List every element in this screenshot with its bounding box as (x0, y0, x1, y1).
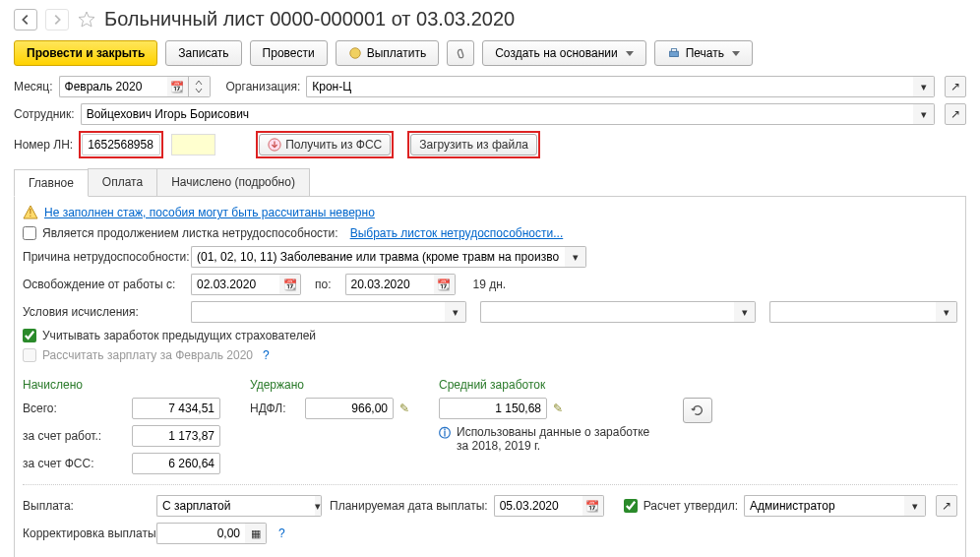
reason-input[interactable] (191, 246, 565, 268)
refresh-icon (691, 403, 704, 417)
approved-checkbox[interactable] (624, 499, 638, 513)
dropdown-icon[interactable]: ▾ (913, 76, 935, 97)
calendar-icon[interactable]: 📆 (582, 495, 604, 517)
ln-extra-field[interactable] (171, 134, 215, 155)
payout-input[interactable] (156, 495, 315, 517)
condition2-input[interactable] (480, 301, 734, 323)
withheld-title: Удержано (250, 378, 409, 392)
absence-to-input[interactable] (345, 274, 434, 295)
calc-salary-label: Рассчитать зарплату за Февраль 2020 (42, 348, 253, 362)
svg-rect-2 (671, 49, 676, 52)
employer-input[interactable] (132, 425, 220, 447)
tab-main[interactable]: Главное (14, 169, 89, 197)
chevron-down-icon (732, 51, 740, 56)
post-close-button[interactable]: Провести и закрыть (14, 40, 157, 66)
avg-earn-title: Средний заработок (439, 378, 653, 392)
employee-input[interactable] (81, 103, 913, 125)
approved-label: Расчет утвердил: (643, 499, 738, 513)
ndfl-input[interactable] (305, 398, 394, 419)
avg-earn-info: Использованы данные о заработке за 2018,… (457, 425, 653, 453)
continuation-label: Является продолжением листка нетрудоспос… (42, 226, 338, 240)
dropdown-icon[interactable]: ▾ (936, 301, 957, 323)
condition3-input[interactable] (769, 301, 936, 323)
chevron-down-icon (626, 51, 634, 56)
dropdown-icon[interactable]: ▾ (913, 103, 935, 125)
absence-label: Освобождение от работы с: (23, 278, 185, 291)
reason-label: Причина нетрудоспособности: (23, 250, 185, 264)
prev-insurers-checkbox[interactable] (23, 329, 36, 342)
printer-icon (667, 46, 681, 60)
correction-label: Корректировка выплаты: (23, 526, 151, 540)
dropdown-icon[interactable]: ▾ (565, 246, 586, 268)
stepper-icon[interactable] (189, 76, 211, 97)
dropdown-icon[interactable]: ▾ (734, 301, 756, 323)
open-employee-button[interactable]: ↗ (945, 103, 966, 125)
org-label: Организация: (226, 80, 301, 93)
calendar-icon[interactable]: 📆 (434, 274, 456, 295)
absence-from-input[interactable] (191, 274, 279, 295)
org-input[interactable] (306, 76, 913, 97)
paperclip-icon (454, 46, 467, 60)
dropdown-icon[interactable]: ▾ (904, 495, 926, 517)
continuation-checkbox[interactable] (23, 226, 36, 240)
approver-input[interactable] (744, 495, 904, 517)
open-approver-button[interactable]: ↗ (936, 495, 957, 517)
print-button[interactable]: Печать (654, 40, 753, 66)
total-input[interactable] (132, 398, 220, 419)
load-from-file-button[interactable]: Загрузить из файла (410, 134, 537, 155)
payout-date-input[interactable] (494, 495, 582, 517)
dropdown-icon[interactable]: ▾ (315, 495, 322, 517)
refresh-button[interactable] (683, 398, 712, 423)
calendar-icon[interactable]: 📆 (279, 274, 301, 295)
ln-number-input[interactable] (82, 134, 160, 155)
tab-payment[interactable]: Оплата (88, 168, 157, 196)
star-icon (77, 10, 96, 30)
employee-label: Сотрудник: (14, 107, 75, 121)
days-label: 19 дн. (473, 278, 507, 291)
employer-label: за счет работ.: (23, 429, 126, 443)
svg-point-0 (349, 48, 360, 59)
fss-input[interactable] (132, 453, 220, 474)
save-button[interactable]: Записать (165, 40, 241, 66)
calc-salary-checkbox (23, 348, 36, 362)
pencil-icon[interactable]: ✎ (399, 402, 409, 415)
info-icon: ⓘ (439, 425, 451, 442)
coins-icon (348, 46, 362, 60)
warning-link[interactable]: Не заполнен стаж, пособия могут быть рас… (44, 206, 375, 219)
month-input[interactable] (59, 76, 167, 97)
download-icon (268, 138, 281, 152)
tab-calculated[interactable]: Начислено (подробно) (156, 168, 310, 196)
fss-label: за счет ФСС: (23, 457, 126, 470)
create-based-button[interactable]: Создать на основании (482, 40, 646, 66)
calculator-icon[interactable]: ▦ (245, 523, 267, 544)
condition1-input[interactable] (191, 301, 445, 323)
forward-button[interactable] (45, 9, 69, 31)
pencil-icon[interactable]: ✎ (553, 402, 563, 415)
get-from-fss-button[interactable]: Получить из ФСС (259, 134, 391, 155)
accrued-title: Начислено (23, 378, 220, 392)
conditions-label: Условия исчисления: (23, 305, 185, 319)
avg-earn-input[interactable] (439, 398, 547, 419)
svg-rect-1 (669, 51, 678, 56)
prev-insurers-label: Учитывать заработок предыдущих страховат… (42, 329, 316, 342)
svg-text:!: ! (30, 208, 32, 218)
total-label: Всего: (23, 402, 126, 415)
help-icon[interactable]: ? (278, 526, 285, 540)
attach-button[interactable] (447, 40, 474, 66)
page-title: Больничный лист 0000-000001 от 03.03.202… (104, 8, 515, 31)
month-label: Месяц: (14, 80, 53, 93)
ln-label: Номер ЛН: (14, 138, 73, 152)
ndfl-label: НДФЛ: (250, 402, 299, 415)
payout-date-label: Планируемая дата выплаты: (330, 499, 488, 513)
pay-button[interactable]: Выплатить (336, 40, 440, 66)
select-sheet-link[interactable]: Выбрать листок нетрудоспособности... (350, 226, 564, 240)
post-button[interactable]: Провести (250, 40, 328, 66)
correction-input[interactable] (156, 523, 245, 544)
open-org-button[interactable]: ↗ (945, 76, 966, 97)
dropdown-icon[interactable]: ▾ (445, 301, 466, 323)
calendar-icon[interactable]: 📆 (167, 76, 189, 97)
back-button[interactable] (14, 9, 37, 31)
warning-icon: ! (23, 205, 38, 220)
help-icon[interactable]: ? (263, 348, 270, 362)
payout-label: Выплата: (23, 499, 151, 513)
